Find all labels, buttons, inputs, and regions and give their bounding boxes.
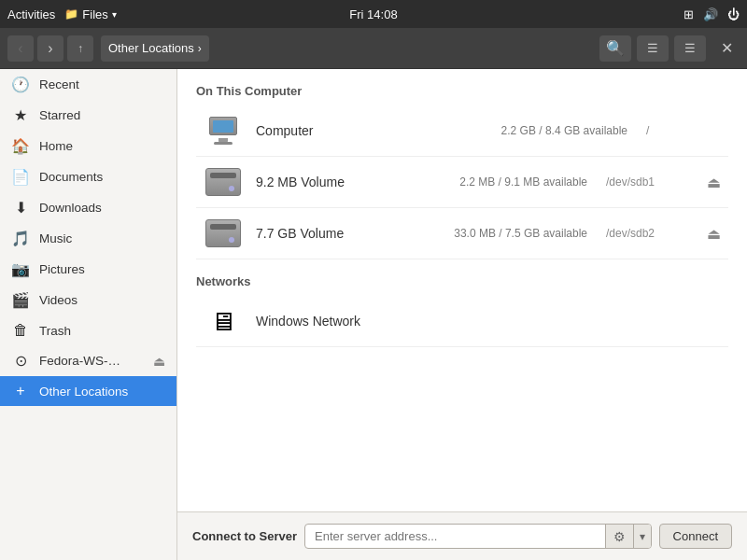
topbar-clock: Fri 14:08 [349,7,397,21]
server-address-input[interactable] [305,525,605,548]
location-name-computer: Computer [256,123,396,138]
files-icon: 📁 [64,7,78,21]
location-vol2[interactable]: 7.7 GB Volume 33.0 MB / 7.5 GB available… [196,208,728,259]
location-meta-vol1: 2.2 MB / 9.1 MB available /dev/sdb1 ⏏ [429,174,721,191]
server-dropdown-button[interactable]: ▾ [633,525,651,548]
content-area: On This Computer Computer 2.2 GB / 8.4 G… [177,69,747,560]
eject-vol2-button[interactable]: ⏏ [707,225,721,243]
volume-icon[interactable]: 🔊 [703,7,718,21]
location-size-vol2: 33.0 MB / 7.5 GB available [429,227,587,240]
downloads-icon: ⬇ [11,199,30,217]
trash-icon: 🗑 [11,322,30,339]
fedora-icon: ⊙ [11,352,30,370]
location-path-computer: / [646,124,721,137]
sidebar: 🕐 Recent ★ Starred 🏠 Home 📄 Documents ⬇ … [0,69,177,560]
location-size-computer: 2.2 GB / 8.4 GB available [469,124,627,137]
location-path-vol1: /dev/sdb1 [606,175,681,189]
starred-icon: ★ [11,106,30,124]
home-icon: 🏠 [11,137,30,155]
topbar-right: ⊞ 🔊 ⏻ [684,7,740,21]
sidebar-item-pictures[interactable]: 📷 Pictures [0,254,176,285]
sidebar-item-other-locations[interactable]: + Other Locations [0,376,176,406]
location-computer[interactable]: Computer 2.2 GB / 8.4 GB available / [196,105,728,157]
forward-button[interactable]: › [37,35,63,62]
location-meta-vol2: 33.0 MB / 7.5 GB available /dev/sdb2 ⏏ [429,225,721,243]
close-button[interactable]: ✕ [713,35,740,62]
location-name-vol2: 7.7 GB Volume [256,226,396,241]
location-path-vol2: /dev/sdb2 [606,227,681,240]
sidebar-items-list: 🕐 Recent ★ Starred 🏠 Home 📄 Documents ⬇ … [0,69,176,406]
section-networks: Networks [196,274,728,288]
sidebar-item-recent[interactable]: 🕐 Recent [0,69,176,100]
location-name-vol1: 9.2 MB Volume [256,175,396,189]
path-chevron: › [198,42,202,55]
sidebar-label-home: Home [39,139,73,153]
main-area: 🕐 Recent ★ Starred 🏠 Home 📄 Documents ⬇ … [0,69,747,560]
path-button[interactable]: Other Locations › [101,35,209,62]
sidebar-label-trash: Trash [39,324,71,338]
connect-to-server-bar: Connect to Server ⚙ ▾ Connect [177,511,747,560]
location-vol1[interactable]: 9.2 MB Volume 2.2 MB / 9.1 MB available … [196,157,728,208]
view-options-button[interactable]: ☰ [674,35,706,62]
topbar-left: Activities 📁 Files ▾ [7,7,117,21]
back-button[interactable]: ‹ [7,35,34,62]
location-name-windows-network: Windows Network [256,314,396,329]
app-menu-chevron: ▾ [112,9,117,20]
connect-button[interactable]: Connect [659,524,732,549]
sidebar-item-trash[interactable]: 🗑 Trash [0,315,176,345]
music-icon: 🎵 [11,230,30,247]
app-label: Files [82,7,107,21]
titlebar: ‹ › ↑ Other Locations › 🔍 ☰ ☰ ✕ [0,28,747,69]
pictures-icon: 📷 [11,260,30,278]
top-bar: Activities 📁 Files ▾ Fri 14:08 ⊞ 🔊 ⏻ [0,0,747,28]
bookmark-server-button[interactable]: ⚙ [605,525,633,548]
sidebar-label-recent: Recent [39,77,79,91]
section-on-this-computer: On This Computer [196,84,728,98]
vol1-icon [204,166,243,198]
eject-fedora-button[interactable]: ⏏ [153,354,165,369]
eject-vol1-button[interactable]: ⏏ [707,174,721,191]
location-size-vol1: 2.2 MB / 9.1 MB available [429,175,587,189]
power-icon[interactable]: ⏻ [727,7,740,21]
sidebar-label-starred: Starred [39,108,80,122]
sidebar-item-documents[interactable]: 📄 Documents [0,161,176,192]
location-meta-computer: 2.2 GB / 8.4 GB available / [469,124,721,137]
sidebar-label-downloads: Downloads [39,201,102,215]
sidebar-label-documents: Documents [39,170,103,184]
recent-icon: 🕐 [11,76,30,93]
sidebar-item-starred[interactable]: ★ Starred [0,100,176,131]
sidebar-label-pictures: Pictures [39,262,85,276]
other-locations-icon: + [11,383,30,399]
path-label: Other Locations [108,41,194,55]
sidebar-label-videos: Videos [39,293,78,307]
server-address-wrapper: ⚙ ▾ [304,524,652,549]
sidebar-item-downloads[interactable]: ⬇ Downloads [0,192,176,223]
connect-to-server-label: Connect to Server [192,529,297,543]
content-scroll: On This Computer Computer 2.2 GB / 8.4 G… [177,69,747,511]
documents-icon: 📄 [11,168,30,186]
view-list-button[interactable]: ☰ [637,35,669,62]
app-menu[interactable]: 📁 Files ▾ [64,7,116,21]
sidebar-label-fedora: Fedora-WS-… [39,354,120,368]
location-windows-network[interactable]: 🖥 Windows Network [196,296,728,347]
vol2-icon [204,217,243,249]
sidebar-item-videos[interactable]: 🎬 Videos [0,285,176,315]
sidebar-item-fedora[interactable]: ⊙ Fedora-WS-… ⏏ [0,345,176,376]
network-icon: ⊞ [684,7,694,21]
up-button[interactable]: ↑ [67,35,93,62]
activities-button[interactable]: Activities [7,7,55,21]
sidebar-label-other-locations: Other Locations [39,385,128,399]
sidebar-label-music: Music [39,231,72,245]
windows-network-icon: 🖥 [204,305,243,337]
sidebar-item-music[interactable]: 🎵 Music [0,223,176,254]
sidebar-item-home[interactable]: 🏠 Home [0,131,176,161]
computer-icon [204,115,243,147]
videos-icon: 🎬 [11,291,30,309]
networks-section: Networks 🖥 Windows Network [196,274,728,347]
search-button[interactable]: 🔍 [599,35,631,62]
